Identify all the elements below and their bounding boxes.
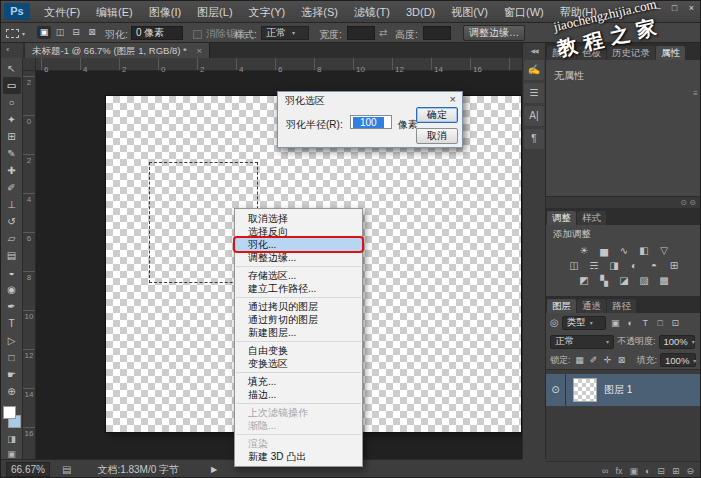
paragraph-panel-icon[interactable]: ¶ [524,129,544,149]
brightness-contrast-icon[interactable]: ☀ [576,244,592,257]
antialias-checkbox[interactable] [193,30,202,39]
black-white-icon[interactable]: ◨ [606,259,622,272]
minimize-button[interactable]: ─ [650,2,665,15]
dodge-tool[interactable]: ◉ [3,281,21,298]
screen-mode-button[interactable]: ▣ [7,449,16,459]
new-adjustment-layer-icon[interactable]: ◐ [645,466,650,476]
layer-visibility-eye-icon[interactable]: ⊙ [546,374,566,406]
gradient-tool[interactable]: ▤ [3,247,21,264]
new-layer-icon[interactable]: ⊞ [672,466,680,476]
add-layer-mask-icon[interactable]: ▣ [629,466,638,476]
tab-swatches[interactable]: 色板 [577,46,606,60]
new-group-icon[interactable]: ⊟ [657,466,665,476]
type-tool[interactable]: T [3,315,21,332]
ok-button[interactable]: 确定 [416,107,458,123]
menu-item[interactable]: 图层(L) [189,1,240,23]
menu-item-save-selection[interactable]: 存储选区... [235,269,362,282]
quick-mask-button[interactable]: ◨ [7,434,16,444]
history-panel-icon[interactable]: ✍ [524,60,544,80]
add-to-selection-icon[interactable]: ◫ [53,26,67,39]
layer-effects-icon[interactable]: fx [615,466,622,476]
menu-item-feather[interactable]: 羽化... [235,238,362,251]
menu-item-refine-edge[interactable]: 调整边缘... [235,251,362,264]
crop-tool[interactable]: ⊞ [3,128,21,145]
menu-item[interactable]: 窗口(W) [496,1,552,23]
menu-item-fade[interactable]: 渐隐... [235,419,362,432]
menu-item-make-work-path[interactable]: 建立工作路径... [235,282,362,295]
subtract-from-selection-icon[interactable]: ⊟ [69,26,83,39]
shape-tool[interactable]: □ [3,349,21,366]
vibrance-icon[interactable]: ▽ [656,244,672,257]
channel-mixer-icon[interactable]: ◓ [646,259,662,272]
opacity-select[interactable]: 100% ▾ [659,335,695,349]
menu-item-deselect[interactable]: 取消选择 [235,212,362,225]
menu-item-select-inverse[interactable]: 选择反向 [235,225,362,238]
foreground-color-swatch[interactable] [3,406,16,419]
layer-name[interactable]: 图层 1 [604,383,632,397]
lock-position-icon[interactable]: ✛ [602,355,614,365]
character-panel-icon[interactable]: A| [524,106,544,126]
refine-edge-button[interactable]: 调整边缘… [463,25,525,41]
feather-radius-input[interactable]: 100 [350,115,392,129]
levels-icon[interactable]: ▅ [596,244,612,257]
menu-item[interactable]: 图像(I) [141,1,189,23]
dialog-close-icon[interactable]: × [450,93,456,105]
menu-item[interactable]: 滤镜(T) [346,1,398,23]
clone-stamp-tool[interactable]: ⊥ [3,196,21,213]
intersect-selection-icon[interactable]: ⊠ [85,26,99,39]
tab-color[interactable]: 颜色 [547,46,576,60]
menu-item[interactable]: 视图(V) [443,1,496,23]
selective-color-icon[interactable]: ▩ [656,274,672,287]
info-panel-icon[interactable]: ☰ [524,83,544,103]
menu-item[interactable]: 3D(D) [398,1,443,23]
rectangular-marquee-tool[interactable]: ▭ [3,77,21,94]
menu-item[interactable]: 文件(F) [36,1,88,23]
swap-width-height-icon[interactable]: ⇄ [379,27,387,38]
menu-item-transform-selection[interactable]: 变换选区 [235,357,362,370]
menu-item-layer-via-copy[interactable]: 通过拷贝的图层 [235,300,362,313]
menu-item[interactable]: 帮助(H) [552,1,605,23]
document-tab[interactable]: 未标题-1 @ 66.7% (图层 1, RGB/8) * × [25,43,210,58]
menu-item-stroke[interactable]: 描边... [235,388,362,401]
link-layers-icon[interactable]: ∞ [602,466,608,476]
toolbar-collapse-icon[interactable]: ‹‹ [6,45,7,54]
feather-input[interactable]: 0 像素 [131,26,183,40]
close-button[interactable]: × [684,2,699,15]
menu-item-layer-via-cut[interactable]: 通过剪切的图层 [235,313,362,326]
height-input[interactable] [423,26,451,40]
menu-item-new-layer[interactable]: 新建图层... [235,326,362,339]
exposure-icon[interactable]: ◧ [636,244,652,257]
tab-history[interactable]: 历史记录 [607,46,655,60]
filter-pixel-layers-icon[interactable]: ▣ [609,318,622,328]
status-options-arrow-icon[interactable]: ▶ [211,465,217,474]
tab-layers[interactable]: 图层 [547,299,576,313]
expand-panels-icon[interactable]: ◀◀ [523,43,545,57]
hand-tool[interactable]: ☛ [3,366,21,383]
menu-item-last-filter[interactable]: 上次滤镜操作 [235,406,362,419]
new-selection-icon[interactable]: ▣ [37,26,51,39]
style-select[interactable]: 正常 ▾ [261,26,309,40]
restore-button[interactable]: □ [667,2,682,15]
lasso-tool[interactable]: ○ [3,94,21,111]
tab-properties[interactable]: 属性 [656,46,685,60]
layer-row[interactable]: ⊙ 图层 1 [546,374,701,406]
history-brush-tool[interactable]: ↺ [3,213,21,230]
menu-item-new-3d-extrusion[interactable]: 新建 3D 凸出 [235,450,362,463]
threshold-icon[interactable]: ◪ [616,274,632,287]
zoom-tool[interactable]: ⊕ [3,383,21,400]
lock-all-icon[interactable]: ⊠ [616,355,628,365]
pen-tool[interactable]: ✒ [3,298,21,315]
zoom-level-field[interactable]: 66.67% [6,462,50,477]
gradient-map-icon[interactable]: ▨ [636,274,652,287]
menu-item[interactable]: 文字(Y) [241,1,294,23]
width-input[interactable] [347,26,375,40]
tab-paths[interactable]: 路径 [607,299,636,313]
eyedropper-tool[interactable]: ✎ [3,145,21,162]
tool-preset-picker[interactable]: ▾ [6,27,32,39]
fill-select[interactable]: 100% ▾ [660,353,696,367]
menu-item[interactable]: 选择(S) [293,1,346,23]
invert-icon[interactable]: ◩ [576,274,592,287]
lock-transparent-pixels-icon[interactable]: ▦ [574,355,586,365]
blur-tool[interactable]: ◒ [3,264,21,281]
filter-type-layers-icon[interactable]: T [639,318,652,328]
